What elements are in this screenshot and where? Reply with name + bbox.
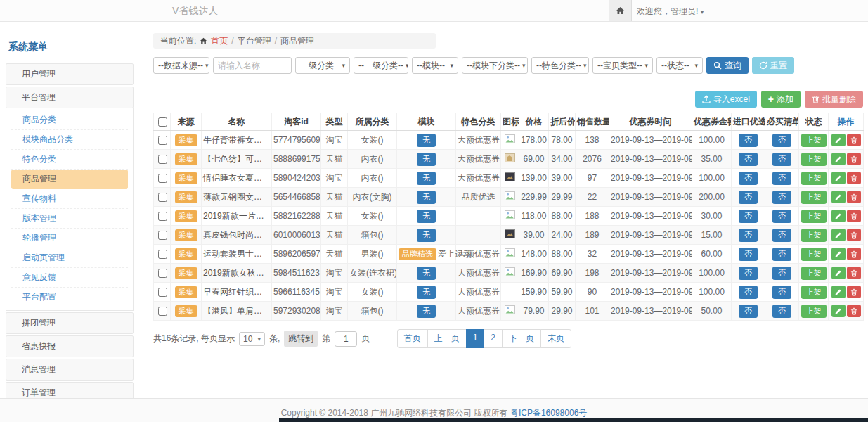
imported-toggle[interactable]: 否 [739,172,758,185]
status-button[interactable]: 上架 [801,305,827,318]
sidebar-group-拼团管理[interactable]: 拼团管理 [6,312,134,334]
edit-button[interactable] [831,172,846,184]
must-buy-toggle[interactable]: 否 [772,267,791,280]
import-excel-button[interactable]: 导入excel [695,91,757,108]
must-buy-toggle[interactable]: 否 [772,191,791,204]
must-buy-toggle[interactable]: 否 [772,229,791,242]
delete-button[interactable] [847,210,861,222]
edit-button[interactable] [831,229,846,241]
sidebar-group-消息管理[interactable]: 消息管理 [6,359,134,381]
edit-button[interactable] [831,210,846,222]
imported-toggle[interactable]: 否 [739,153,758,166]
status-button[interactable]: 上架 [801,191,827,204]
must-buy-toggle[interactable]: 否 [772,153,791,166]
row-checkbox[interactable] [158,136,167,145]
search-button[interactable]: 查询 [706,57,749,74]
row-checkbox[interactable] [158,269,167,278]
page-button-1[interactable]: 1 [466,329,485,348]
imported-toggle[interactable]: 否 [739,191,758,204]
edit-button[interactable] [831,134,846,146]
row-checkbox[interactable] [158,288,167,297]
row-checkbox[interactable] [158,307,167,316]
sidebar-group-平台管理[interactable]: 平台管理 [6,87,134,108]
breadcrumb-home-link[interactable]: 首页 [211,35,228,47]
page-button-2[interactable]: 2 [484,329,503,348]
edit-button[interactable] [831,305,846,317]
sidebar-item-版本管理[interactable]: 版本管理 [11,209,128,229]
name-search-input[interactable] [213,57,292,74]
must-buy-toggle[interactable]: 否 [772,172,791,185]
sidebar-group-订单管理[interactable]: 订单管理 [6,382,134,398]
delete-button[interactable] [847,286,861,298]
row-checkbox[interactable] [158,174,167,183]
delete-button[interactable] [847,248,861,260]
breadcrumb-item-platform[interactable]: 平台管理 [238,35,271,47]
status-button[interactable]: 上架 [801,153,827,166]
add-button[interactable]: + 添加 [761,91,801,108]
sidebar-item-商品管理[interactable]: 商品管理 [11,170,128,189]
must-buy-toggle[interactable]: 否 [772,134,791,147]
status-select[interactable]: --状态--▾ [656,57,703,74]
imported-toggle[interactable]: 否 [739,134,758,147]
delete-button[interactable] [847,191,861,203]
status-button[interactable]: 上架 [801,229,827,242]
feature-category-select[interactable]: --特色分类--▾ [531,57,589,74]
delete-button[interactable] [847,172,861,184]
primary-category-select[interactable]: 一级分类▾ [295,57,350,74]
edit-button[interactable] [831,286,846,298]
status-button[interactable]: 上架 [801,134,827,147]
must-buy-toggle[interactable]: 否 [772,248,791,261]
imported-toggle[interactable]: 否 [739,210,758,223]
item-type-select[interactable]: --宝贝类型--▾ [592,57,653,74]
sidebar-item-商品分类[interactable]: 商品分类 [11,110,128,130]
row-checkbox[interactable] [158,231,167,240]
delete-button[interactable] [847,305,861,317]
sidebar-item-模块商品分类[interactable]: 模块商品分类 [11,130,128,150]
imported-toggle[interactable]: 否 [739,305,758,318]
secondary-category-select[interactable]: --二级分类--▾ [354,57,408,74]
imported-toggle[interactable]: 否 [739,286,758,299]
delete-button[interactable] [847,267,861,279]
delete-button[interactable] [847,229,861,241]
must-buy-toggle[interactable]: 否 [772,210,791,223]
imported-toggle[interactable]: 否 [739,267,758,280]
status-button[interactable]: 上架 [801,286,827,299]
row-checkbox[interactable] [158,193,167,202]
status-button[interactable]: 上架 [801,267,827,280]
page-button-末页[interactable]: 末页 [540,329,571,348]
sidebar-item-平台配置[interactable]: 平台配置 [11,288,128,307]
sidebar-group-用户管理[interactable]: 用户管理 [6,63,134,85]
jump-page-input[interactable] [335,331,357,347]
edit-button[interactable] [831,191,846,203]
page-button-上一页[interactable]: 上一页 [427,329,467,348]
edit-button[interactable] [831,248,846,260]
status-button[interactable]: 上架 [801,210,827,223]
sidebar-item-意见反馈[interactable]: 意见反馈 [11,268,128,288]
edit-button[interactable] [831,267,846,279]
edit-button[interactable] [831,153,846,165]
page-button-下一页[interactable]: 下一页 [502,329,541,348]
delete-button[interactable] [847,134,861,146]
sidebar-item-启动页管理[interactable]: 启动页管理 [11,248,128,268]
imported-toggle[interactable]: 否 [739,229,758,242]
select-all-checkbox[interactable] [158,117,167,127]
jump-button[interactable]: 跳转到 [284,331,318,347]
row-checkbox[interactable] [158,250,167,259]
status-button[interactable]: 上架 [801,172,827,185]
sidebar-group-省惠快报[interactable]: 省惠快报 [6,335,134,357]
sidebar-item-宣传物料[interactable]: 宣传物料 [11,189,128,209]
delete-button[interactable] [847,153,861,165]
user-menu[interactable]: 欢迎您，管理员! ▾ [637,6,704,18]
row-checkbox[interactable] [158,212,167,221]
module-select[interactable]: --模块--▾ [412,57,458,74]
status-button[interactable]: 上架 [801,248,827,261]
imported-toggle[interactable]: 否 [739,248,758,261]
sidebar-item-特色分类[interactable]: 特色分类 [11,150,128,170]
page-button-首页[interactable]: 首页 [397,329,428,348]
batch-delete-button[interactable]: 批量删除 [805,91,863,108]
sidebar-item-轮播管理[interactable]: 轮播管理 [11,229,128,248]
data-source-select[interactable]: --数据来源--▾ [153,57,209,74]
per-page-select[interactable]: 10 ▾ [239,332,265,346]
must-buy-toggle[interactable]: 否 [772,305,791,318]
reset-button[interactable]: 重置 [752,57,794,74]
